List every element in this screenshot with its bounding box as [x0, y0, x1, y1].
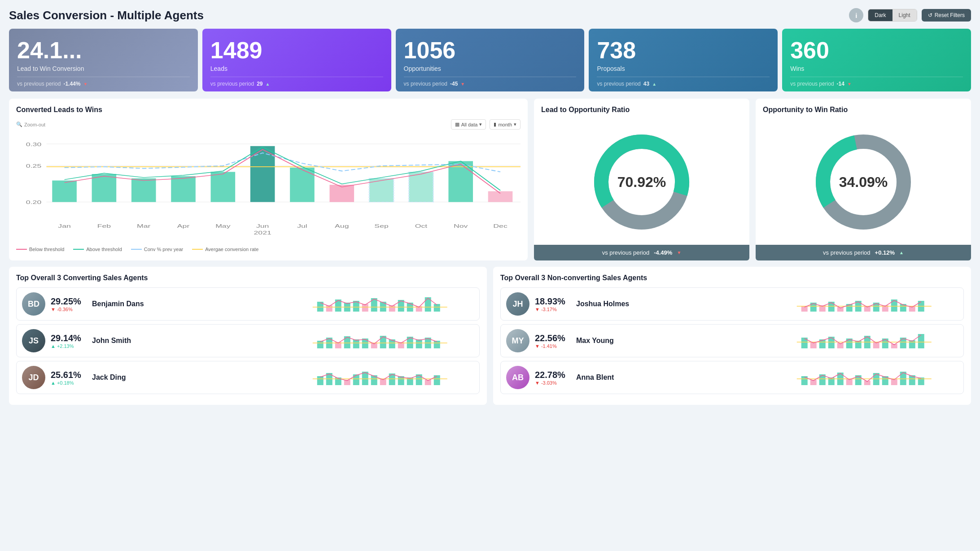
agent-sparkline: [286, 366, 474, 389]
chart-legend: Below threshold Above threshold Conv % p…: [16, 247, 521, 252]
converted-leads-title: Converted Leads to Wins: [16, 106, 521, 114]
svg-rect-80: [433, 375, 440, 385]
svg-text:2021: 2021: [254, 230, 271, 235]
svg-text:Sep: Sep: [374, 224, 388, 229]
svg-text:Dec: Dec: [493, 224, 507, 229]
chart-controls: 🔍 Zoom-out ▦ All data ▾ ▮ month ▾: [16, 119, 521, 130]
avatar: JD: [22, 366, 45, 389]
svg-rect-7: [92, 174, 117, 202]
opp-to-win-value: 34.09%: [839, 174, 888, 191]
kpi-number: 1056: [404, 38, 577, 63]
kpi-number: 24.1...: [17, 38, 190, 63]
agent-stat: 22.56% ▼ -1.41%: [535, 333, 571, 349]
agent-card: AB 22.78% ▼ -3.03% Anna Blent: [500, 361, 964, 394]
kpi-label: Proposals: [597, 65, 770, 72]
arrow-up-icon: ▲: [899, 250, 904, 255]
opp-to-win-donut: 34.09%: [809, 128, 917, 236]
svg-rect-52: [317, 341, 323, 348]
svg-rect-97: [801, 338, 807, 348]
svg-rect-56: [353, 339, 359, 348]
theme-light-button[interactable]: Light: [892, 9, 917, 21]
agents-row: Top Overall 3 Converting Sales Agents BD…: [9, 267, 971, 405]
kpi-label: Wins: [790, 65, 963, 72]
kpi-label: Lead to Win Conversion: [17, 65, 190, 72]
bar-icon: ▮: [494, 121, 496, 127]
top-non-converting-title: Top Overall 3 Non-converting Sales Agent…: [500, 274, 964, 282]
kpi-label: Leads: [210, 65, 383, 72]
arrow-up-icon: ▲: [51, 343, 56, 349]
kpi-footer: vs previous period -1.44% ▼: [17, 77, 190, 87]
opp-to-win-section: Opportunity to Win Ratio 34.09% vs previ…: [756, 99, 971, 260]
theme-dark-button[interactable]: Dark: [868, 9, 892, 21]
kpi-opportunities: 1056 Opportunities vs previous period -4…: [396, 29, 585, 91]
svg-text:Mar: Mar: [137, 224, 151, 229]
legend-below: Below threshold: [16, 247, 64, 252]
legend-above: Above threshold: [73, 247, 122, 252]
agent-stat: 18.93% ▼ -3.17%: [535, 296, 571, 312]
below-threshold-line: [16, 249, 27, 250]
opp-to-win-title: Opportunity to Win Ratio: [763, 106, 964, 114]
avg-conversion-line: [192, 249, 203, 250]
converted-leads-section: Converted Leads to Wins 🔍 Zoom-out ▦ All…: [9, 99, 528, 260]
data-filter-dropdown[interactable]: ▦ All data ▾: [451, 119, 486, 130]
lead-to-opp-section: Lead to Opportunity Ratio 70.92% vs prev…: [534, 99, 749, 260]
svg-rect-8: [131, 178, 156, 202]
kpi-number: 1489: [210, 38, 383, 63]
svg-text:Jun: Jun: [256, 224, 269, 229]
agent-sparkline: [770, 330, 958, 352]
svg-text:Oct: Oct: [415, 224, 427, 229]
lead-to-opp-title: Lead to Opportunity Ratio: [541, 106, 742, 114]
svg-rect-17: [488, 191, 513, 202]
svg-rect-67: [317, 376, 323, 385]
svg-text:Jul: Jul: [297, 224, 307, 229]
period-filter-dropdown[interactable]: ▮ month ▾: [490, 119, 521, 130]
donut-wrapper: 34.09%: [763, 119, 964, 240]
svg-text:Aug: Aug: [335, 224, 349, 229]
svg-rect-10: [211, 172, 236, 202]
agent-card: BD 29.25% ▼ -0.36% Benjamin Dans: [16, 287, 480, 321]
info-button[interactable]: i: [849, 8, 863, 22]
agent-card: JD 25.61% ▲ +0.18% Jack Ding: [16, 361, 480, 394]
kpi-wins: 360 Wins vs previous period -14 ▼: [782, 29, 971, 91]
lead-to-opp-footer: vs previous period -4.49% ▼: [534, 245, 749, 260]
kpi-row: 24.1... Lead to Win Conversion vs previo…: [9, 29, 971, 91]
kpi-footer: vs previous period -45 ▼: [404, 77, 577, 87]
kpi-number: 360: [790, 38, 963, 63]
svg-rect-15: [409, 172, 433, 202]
arrow-up-icon: ▲: [652, 82, 656, 87]
svg-rect-71: [353, 374, 359, 385]
arrow-down-icon: ▼: [51, 307, 56, 312]
svg-text:0.30: 0.30: [26, 142, 41, 148]
top-converting-title: Top Overall 3 Converting Sales Agents: [16, 274, 480, 282]
dashboard: Sales Conversion - Multiple Agents i Dar…: [0, 0, 980, 413]
opp-to-win-footer: vs previous period +0.12% ▲: [756, 245, 971, 260]
zoom-out-button[interactable]: 🔍 Zoom-out: [16, 121, 45, 127]
donut-wrapper: 70.92%: [541, 119, 742, 240]
main-grid: Converted Leads to Wins 🔍 Zoom-out ▦ All…: [9, 99, 971, 260]
svg-rect-112: [801, 376, 807, 385]
conv-prev-year-line: [131, 249, 142, 250]
avatar: AB: [506, 366, 529, 389]
svg-rect-9: [171, 176, 196, 202]
svg-text:Apr: Apr: [177, 224, 190, 229]
svg-rect-65: [433, 341, 440, 348]
kpi-footer: vs previous period -14 ▼: [790, 77, 963, 87]
arrow-up-icon: ▲: [51, 380, 56, 386]
avatar: BD: [22, 292, 45, 316]
arrow-down-icon: ▼: [535, 343, 540, 349]
grid-icon: ▦: [455, 121, 459, 127]
header-controls: i Dark Light ↺ Reset Filters: [849, 8, 971, 22]
svg-rect-12: [290, 168, 315, 202]
arrow-down-icon: ▼: [847, 82, 852, 87]
avatar: JH: [506, 292, 529, 316]
kpi-number: 738: [597, 38, 770, 63]
agent-stat: 29.25% ▼ -0.36%: [51, 296, 87, 312]
reset-filters-button[interactable]: ↺ Reset Filters: [922, 9, 971, 22]
svg-rect-50: [433, 304, 440, 312]
agent-stat: 25.61% ▲ +0.18%: [51, 370, 87, 386]
agent-sparkline: [286, 330, 474, 352]
top-converting-section: Top Overall 3 Converting Sales Agents BD…: [9, 267, 487, 405]
legend-prev-year: Conv % prev year: [131, 247, 183, 252]
svg-rect-13: [329, 185, 354, 202]
svg-text:Nov: Nov: [454, 224, 468, 229]
